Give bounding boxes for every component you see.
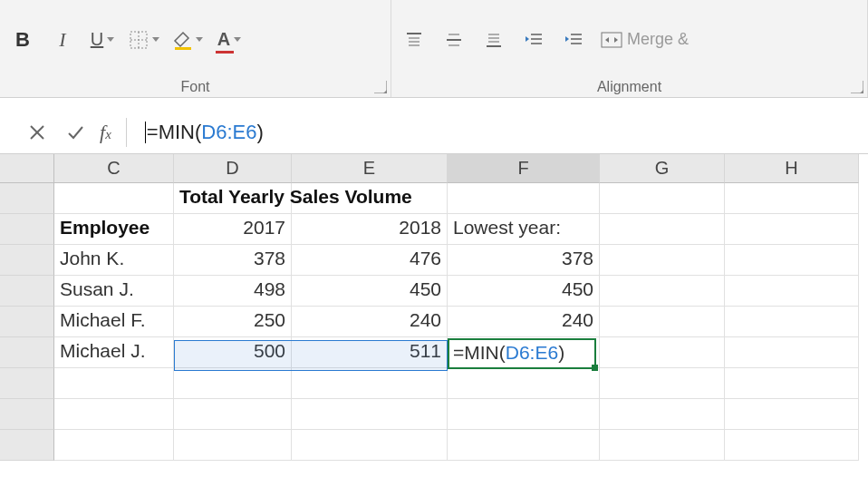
col-header-d[interactable]: D [174,154,292,183]
table-row: Total Yearly Sales Volume [0,183,868,214]
cell[interactable]: 500 [174,337,292,368]
cell[interactable] [600,214,725,245]
cell[interactable]: Michael F. [54,307,174,337]
cell[interactable] [600,337,725,368]
formula-cancel-button[interactable] [18,124,56,141]
cell[interactable] [600,183,725,214]
merge-center-button[interactable]: Merge & [600,24,689,55]
cell[interactable] [725,276,859,307]
ribbon-group-font: B I U A Font [0,0,391,97]
svg-marker-18 [526,36,529,42]
formula-input[interactable]: =MIN(D6:E6) [132,121,868,144]
cell[interactable]: 450 [448,276,600,307]
svg-rect-23 [602,33,622,47]
col-header-g[interactable]: G [600,154,725,183]
table-row: Susan J. 498 450 450 [0,276,868,307]
cell[interactable]: Lowest year: [448,214,600,245]
cell[interactable] [725,307,859,337]
cell[interactable]: 2017 [174,214,292,245]
cell[interactable]: Michael J. [54,337,174,368]
align-top-button[interactable] [400,24,428,55]
cell[interactable] [600,307,725,337]
align-bottom-button[interactable] [480,24,507,55]
cell[interactable]: 240 [292,307,448,337]
ribbon-group-label-alignment: Alignment [400,75,858,95]
underline-button[interactable]: U [89,24,116,55]
cell[interactable]: 240 [448,307,600,337]
col-header-c[interactable]: C [54,154,174,183]
cell[interactable] [725,337,859,368]
cell[interactable] [725,183,859,214]
merge-label: Merge & [627,30,689,49]
cell[interactable]: 511 [292,337,448,368]
decrease-indent-button[interactable] [520,24,547,55]
table-row: John K. 378 476 378 [0,245,868,276]
cell[interactable]: 450 [292,276,448,307]
table-row [0,430,868,461]
cell[interactable] [725,245,859,276]
svg-marker-25 [614,37,618,43]
cell[interactable] [448,183,600,214]
insert-function-button[interactable]: fx [100,121,111,144]
font-color-button[interactable]: A [216,24,243,55]
spreadsheet-grid[interactable]: C D E F G H Total Yearly Sales Volume Em… [0,154,868,461]
ribbon: B I U A Font [0,0,868,98]
svg-rect-3 [175,47,191,50]
svg-marker-24 [605,37,609,43]
table-row [0,368,868,399]
font-dialog-launcher[interactable] [374,81,387,93]
cell[interactable] [54,183,174,214]
cell[interactable]: Employee [54,214,174,245]
italic-button[interactable]: I [49,24,76,55]
align-middle-button[interactable] [440,24,468,55]
cell[interactable]: 378 [448,245,600,276]
increase-indent-button[interactable] [560,24,587,55]
col-header-e[interactable]: E [292,154,448,183]
cell[interactable]: 498 [174,276,292,307]
fill-color-button[interactable] [172,24,203,55]
bold-button[interactable]: B [9,24,36,55]
alignment-dialog-launcher[interactable] [851,81,863,93]
table-row [0,399,868,430]
cell[interactable]: 476 [292,245,448,276]
column-headers: C D E F G H [0,154,868,183]
cell[interactable]: Total Yearly Sales Volume [174,183,292,214]
cell[interactable]: 378 [174,245,292,276]
col-header-f[interactable]: F [448,154,600,183]
ribbon-group-alignment: Merge & Alignment [391,0,868,97]
border-button[interactable] [129,24,159,55]
table-row: Michael J. 500 511 [0,337,868,368]
cell[interactable] [600,276,725,307]
cell[interactable]: 250 [174,307,292,337]
cell[interactable] [448,337,600,368]
cell[interactable]: 2018 [292,214,448,245]
table-row: Employee 2017 2018 Lowest year: [0,214,868,245]
formula-confirm-button[interactable] [56,124,94,141]
col-header-h[interactable]: H [725,154,859,183]
table-row: Michael F. 250 240 240 [0,307,868,337]
cell[interactable]: Susan J. [54,276,174,307]
cell[interactable]: John K. [54,245,174,276]
cell[interactable] [600,245,725,276]
cell[interactable] [725,214,859,245]
formula-bar: fx =MIN(D6:E6) [0,111,868,154]
svg-marker-22 [565,36,569,42]
ribbon-group-label-font: Font [9,75,381,95]
